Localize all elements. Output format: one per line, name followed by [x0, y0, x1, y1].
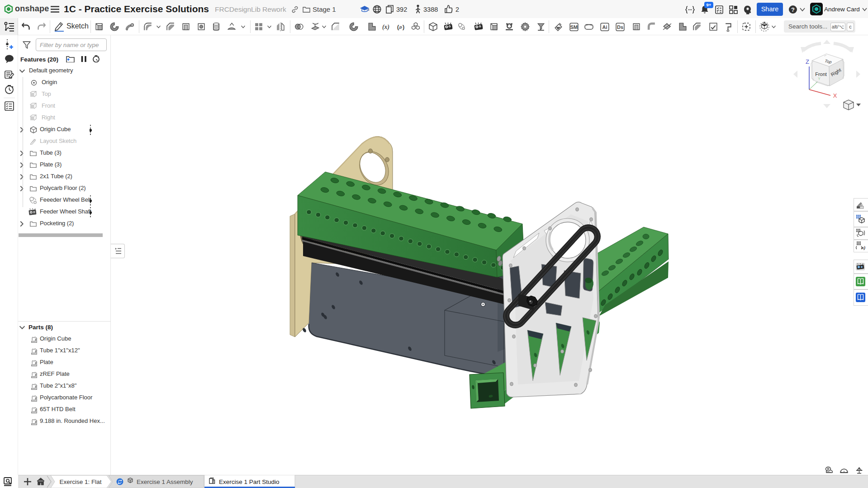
svg-text:X: X	[833, 92, 837, 99]
svg-text:Exercise 1: Flat: Exercise 1: Flat	[59, 479, 101, 485]
svg-text:SM: SM	[570, 24, 578, 30]
svg-text:?: ?	[791, 6, 795, 13]
svg-text:Y: Y	[818, 76, 821, 81]
svg-text:(x): (x)	[382, 24, 389, 31]
svg-text:Exercise 1 Part Studio: Exercise 1 Part Studio	[219, 479, 280, 485]
svg-text:Exercise 1 Assembly: Exercise 1 Assembly	[137, 479, 193, 485]
svg-text:Ds: Ds	[617, 24, 623, 30]
svg-text:(⌕): (⌕)	[397, 24, 405, 30]
svg-text:x): x)	[861, 245, 865, 251]
svg-text:Z: Z	[806, 58, 809, 65]
svg-text:Ai: Ai	[602, 24, 607, 30]
svg-text:Front: Front	[815, 71, 827, 77]
